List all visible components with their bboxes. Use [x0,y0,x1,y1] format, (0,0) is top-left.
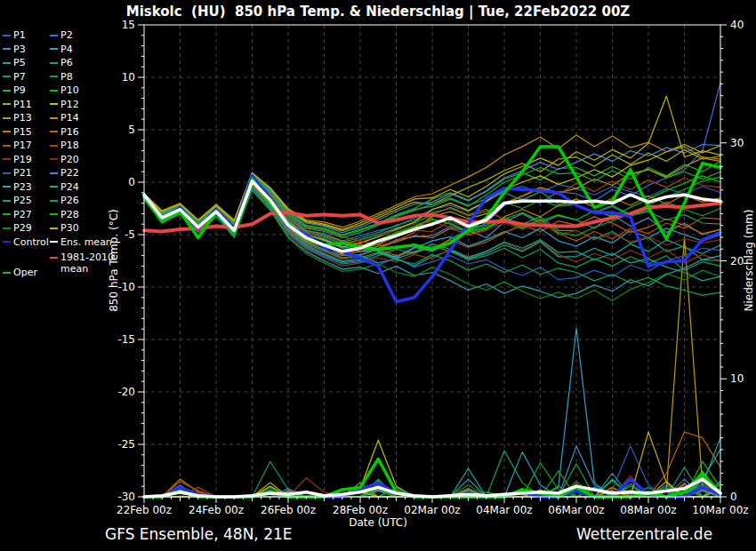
legend-swatch [3,90,11,92]
legend-swatch [50,241,58,243]
legend-swatch [3,158,11,160]
x-tick-label: 28Feb 00z [333,504,388,516]
legend-label: P27 [13,209,32,220]
legend-label: P16 [60,126,79,138]
legend-item-P8: P8 [50,70,139,84]
legend-swatch [3,62,11,64]
legend-item-P13: P13 [3,111,50,125]
legend-item-control: Control [3,236,50,250]
legend-item-P20: P20 [50,153,139,167]
x-tick-label: 02Mar 00z [404,504,460,516]
legend-swatch [50,35,58,36]
legend-swatch [3,103,11,105]
legend-item-clim: 1981-2010 mean [50,252,114,275]
y-right-tick-label: 20 [730,255,744,268]
legend-item-P1: P1 [3,28,50,43]
legend-swatch [3,172,11,174]
legend-swatch [50,48,58,50]
legend-item-P26: P26 [50,194,139,208]
legend-label: Control [13,236,49,248]
legend-item-P4: P4 [50,43,139,57]
legend-label: P12 [60,99,79,110]
legend-item-P22: P22 [50,166,139,180]
legend-swatch [50,103,58,105]
legend-label: P5 [13,57,26,68]
legend-label: P6 [60,57,73,68]
legend-label: P7 [13,71,26,83]
legend-label: P26 [60,195,79,206]
legend-item-P23: P23 [3,180,50,195]
clim-swatch [50,257,58,259]
legend-swatch [3,200,11,202]
legend-label: P1 [13,29,26,41]
legend-item-P21: P21 [3,166,50,180]
legend-label: P28 [60,209,79,220]
meteogram-page: Miskolc (HU) 850 hPa Temp. & Niederschla… [0,0,756,551]
legend-item-P29: P29 [3,221,50,236]
y-right-tick-label: 30 [730,137,744,149]
x-tick-label: 06Mar 00z [548,504,604,516]
legend-item-P9: P9 [3,84,50,98]
y-right-axis-title: Niederschlag (mm) [743,210,755,312]
legend-item-ens-mean: Ens. mean [50,236,139,250]
legend-label: P18 [60,140,79,151]
legend-item-P18: P18 [50,139,139,153]
legend-item-P30: P30 [50,221,139,236]
x-tick-label: 04Mar 00z [476,504,532,516]
y-left-tick-label: -10 [117,281,135,293]
legend-label: P10 [60,84,79,96]
legend-label: P2 [60,29,73,41]
legend-label: P8 [60,71,73,83]
legend-label: P21 [13,167,32,179]
oper-label: Oper [13,267,37,278]
legend-item-P2: P2 [50,28,139,43]
legend-swatch [3,76,11,77]
gridlines [144,25,720,497]
legend-item-P19: P19 [3,153,50,167]
legend-swatch [50,117,58,119]
legend-item-P16: P16 [50,125,139,140]
legend-item-P11: P11 [3,98,50,112]
legend-swatch [50,228,58,229]
legend-label: P9 [13,84,26,96]
legend-swatch [50,90,58,92]
legend-swatch [3,35,11,36]
footer-model-info: GFS Ensemble, 48N, 21E [105,525,293,543]
legend-label: P11 [13,99,32,110]
x-tick-label: 24Feb 00z [189,504,244,516]
footer-brand: Wetterzentrale.de [576,525,712,543]
legend-label: P15 [13,126,32,138]
legend-label: P19 [13,154,32,165]
legend-swatch [50,172,58,174]
legend-swatch [50,158,58,160]
clim-label: 1981-2010 mean [60,252,114,275]
legend-item-P27: P27 [3,208,50,222]
legend-item-P10: P10 [50,84,139,98]
legend-swatch [3,145,11,147]
legend-label: P3 [13,44,26,55]
legend-label: P20 [60,154,79,165]
legend-label: P24 [60,181,79,193]
legend-item-P7: P7 [3,70,50,84]
y-left-tick-label: -20 [117,386,135,398]
legend-swatch [3,117,11,119]
legend-item-P24: P24 [50,180,139,195]
legend-swatch [3,213,11,215]
x-tick-label: 10Mar 00z [692,504,748,516]
legend-swatch [50,145,58,147]
legend-item-P3: P3 [3,43,50,57]
legend-label: P17 [13,140,32,151]
legend-item-P6: P6 [50,56,139,70]
legend-item-P14: P14 [50,111,139,125]
legend-item-P17: P17 [3,139,50,153]
oper-swatch [3,272,11,274]
legend-swatch [3,131,11,132]
legend-swatch [3,48,11,50]
legend-item-oper: Oper [3,267,37,278]
legend-item-P12: P12 [50,98,139,112]
legend-item-P5: P5 [3,56,50,70]
legend-swatch [50,131,58,132]
legend-swatch [50,62,58,64]
legend-swatch [3,186,11,188]
legend-label: P25 [13,195,32,206]
